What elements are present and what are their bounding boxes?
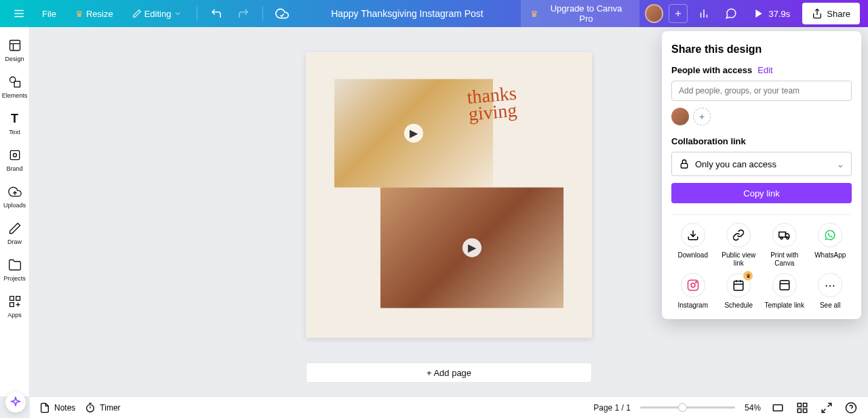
present-button[interactable]: 37.9s [747, 4, 797, 23]
document-title-input[interactable] [298, 8, 515, 19]
side-rail: Design Elements T Text Brand Uploads Dra… [0, 27, 30, 396]
folder-icon [7, 257, 22, 272]
topbar-center [298, 7, 515, 20]
share-option-whatsapp[interactable]: WhatsApp [809, 223, 852, 268]
avatar[interactable] [645, 4, 664, 23]
sidebar-item-design[interactable]: Design [0, 33, 30, 68]
share-panel-title: Share this design [671, 43, 852, 56]
menu-button[interactable] [8, 3, 30, 24]
access-level-select[interactable]: Only you can access ⌄ [671, 152, 852, 176]
sidebar-item-apps[interactable]: Apps [0, 289, 30, 324]
share-options-grid: Download Public view link Print with Can… [671, 223, 852, 310]
share-option-label: Download [678, 251, 708, 259]
cloud-sync-button[interactable] [271, 3, 293, 24]
share-option-label: Public view link [717, 251, 761, 268]
share-option-print[interactable]: Print with Canva [763, 223, 806, 268]
sidebar-item-uploads[interactable]: Uploads [0, 179, 30, 214]
calendar-icon: ♛ [726, 273, 751, 297]
timer-button[interactable]: Timer [85, 402, 120, 413]
sidebar-item-label: Projects [3, 275, 26, 282]
svg-rect-37 [681, 163, 687, 168]
add-page-button[interactable]: + Add page [306, 362, 592, 383]
svg-rect-30 [804, 403, 807, 406]
share-panel: Share this design People with access Edi… [662, 31, 861, 319]
sidebar-item-brand[interactable]: Brand [0, 142, 30, 177]
add-member-button[interactable] [669, 4, 688, 23]
crown-icon: ♛ [530, 9, 538, 19]
redo-button[interactable] [233, 3, 254, 24]
sidebar-item-draw[interactable]: Draw [0, 215, 30, 251]
cloud-check-icon [275, 7, 289, 20]
link-icon [726, 223, 751, 247]
edit-access-link[interactable]: Edit [757, 65, 772, 75]
svg-rect-49 [780, 280, 789, 290]
people-avatars: + [671, 108, 852, 125]
help-button[interactable] [844, 400, 859, 415]
zoom-thumb[interactable] [678, 403, 687, 412]
truck-icon [772, 223, 797, 247]
sidebar-item-label: Uploads [3, 202, 26, 209]
share-option-label: WhatsApp [814, 251, 846, 259]
svg-line-33 [828, 403, 831, 406]
text-icon: T [7, 111, 22, 126]
share-option-download[interactable]: Download [671, 223, 715, 268]
page-indicator: Page 1 / 1 [593, 403, 631, 413]
brand-icon [7, 148, 22, 163]
topbar-left: File ♛ Resize Editing [8, 3, 293, 24]
divider [197, 7, 197, 20]
comment-icon [725, 7, 737, 20]
grid-view-button[interactable] [770, 400, 785, 415]
share-button[interactable]: Share [802, 3, 860, 24]
upgrade-button[interactable]: ♛ Upgrade to Canva Pro [521, 0, 639, 28]
add-person-button[interactable]: + [693, 108, 711, 125]
share-option-see-all[interactable]: ⋯ See all [809, 273, 852, 310]
svg-rect-28 [773, 404, 783, 411]
share-option-label: Instagram [678, 301, 708, 310]
insights-button[interactable] [693, 3, 715, 24]
shapes-icon [7, 75, 22, 89]
svg-rect-18 [16, 297, 20, 301]
undo-button[interactable] [205, 3, 227, 24]
comment-button[interactable] [720, 3, 742, 24]
template-link-icon [772, 273, 797, 297]
plus-icon [673, 9, 683, 18]
script-text-element[interactable]: thanks giving [467, 80, 569, 176]
copy-link-button[interactable]: Copy link [671, 183, 852, 203]
svg-rect-15 [10, 150, 19, 159]
share-option-instagram[interactable]: Instagram [671, 273, 715, 310]
assistant-fab[interactable] [5, 392, 26, 413]
fullscreen-button[interactable] [819, 400, 834, 415]
play-icon: ▶ [462, 238, 481, 257]
pro-badge-icon: ♛ [743, 271, 753, 280]
svg-line-34 [822, 409, 825, 412]
video-frame-bottom[interactable]: ▶ [380, 187, 564, 308]
share-option-template-link[interactable]: Template link [763, 273, 806, 310]
svg-point-41 [787, 237, 789, 239]
notes-icon [39, 402, 50, 413]
design-page[interactable]: ▶ thanks giving ▶ [306, 51, 592, 337]
chart-icon [698, 7, 710, 20]
sparkle-icon [9, 396, 22, 409]
svg-rect-45 [734, 281, 744, 291]
sidebar-item-projects[interactable]: Projects [0, 252, 30, 287]
upgrade-label: Upgrade to Canva Pro [542, 3, 629, 24]
resize-button[interactable]: ♛ Resize [68, 5, 120, 23]
add-people-input[interactable] [671, 81, 852, 101]
notes-button[interactable]: Notes [39, 402, 75, 413]
top-bar: File ♛ Resize Editing ♛ Upgrade to Canva… [0, 0, 868, 27]
thumbnail-view-button[interactable] [795, 400, 810, 415]
zoom-value: 54% [745, 403, 761, 413]
sidebar-item-elements[interactable]: Elements [0, 69, 30, 104]
svg-rect-32 [804, 409, 807, 412]
share-option-schedule[interactable]: ♛ Schedule [717, 273, 761, 310]
editing-mode-button[interactable]: Editing [125, 5, 189, 23]
sidebar-item-text[interactable]: T Text [0, 106, 30, 141]
pencil-icon [132, 9, 142, 18]
share-option-public-view[interactable]: Public view link [717, 223, 761, 268]
zoom-slider[interactable] [640, 406, 735, 409]
share-option-label: Print with Canva [763, 251, 806, 268]
duration-label: 37.9s [768, 9, 790, 19]
redo-icon [237, 7, 250, 20]
file-menu-button[interactable]: File [35, 5, 63, 23]
avatar[interactable] [671, 108, 689, 125]
